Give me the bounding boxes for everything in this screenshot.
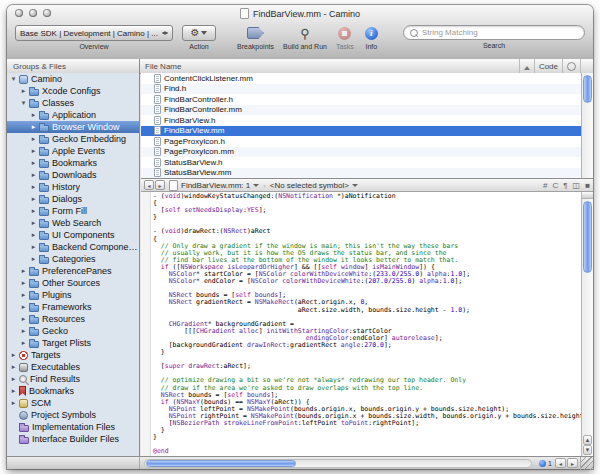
file-row-findbarview-mm[interactable]: FindBarView.mm <box>141 126 581 137</box>
file-list-header[interactable]: File Name Code <box>140 59 593 73</box>
sidebar-item-history[interactable]: ▸History <box>7 181 139 193</box>
sidebar-item-executables[interactable]: ▸Executables <box>7 361 139 373</box>
disclosure-triangle[interactable]: ▸ <box>19 267 28 275</box>
close-button[interactable] <box>15 9 23 17</box>
file-row-findbarview-h[interactable]: FindBarView.h <box>141 115 581 126</box>
sidebar-item-interface-builder-files[interactable]: Interface Builder Files <box>7 433 139 445</box>
disclosure-triangle[interactable]: ▸ <box>9 363 18 371</box>
overview-popup[interactable]: Base SDK | Development | Camino | ... <box>15 25 173 41</box>
disclosure-triangle[interactable]: ▸ <box>29 111 38 119</box>
sidebar-item-implementation-files[interactable]: Implementation Files <box>7 421 139 433</box>
scrollbar-thumb[interactable] <box>583 201 592 273</box>
sidebar-item-browser-window[interactable]: ▸Browser Window <box>7 121 139 133</box>
sidebar-item-gecko[interactable]: ▸Gecko <box>7 325 139 337</box>
disclosure-triangle[interactable]: ▸ <box>29 135 38 143</box>
search-field[interactable] <box>403 25 585 40</box>
forward-button[interactable]: ▸ <box>155 180 165 190</box>
disclosure-triangle[interactable]: ▸ <box>19 339 28 347</box>
titlebar[interactable]: FindBarView.mm - Camino <box>7 5 593 22</box>
bookmarks-menu-icon[interactable]: # <box>543 181 547 190</box>
horizontal-scrollbar[interactable] <box>144 459 532 468</box>
sidebar-item-preferencepanes[interactable]: ▸PreferencePanes <box>7 265 139 277</box>
sidebar-item-project-symbols[interactable]: Project Symbols <box>7 409 139 421</box>
sidebar-item-frameworks[interactable]: ▸Frameworks <box>7 301 139 313</box>
target-column-header[interactable] <box>562 59 580 73</box>
zoom-button[interactable] <box>43 9 51 17</box>
disclosure-triangle[interactable]: ▸ <box>29 243 38 251</box>
counterpart-icon[interactable]: ◫ <box>573 181 581 190</box>
editor-scrollbar[interactable]: ▲ ▼ <box>581 192 593 456</box>
sidebar-item-form-fill[interactable]: ▸Form Fill <box>7 205 139 217</box>
sidebar-item-other-sources[interactable]: ▸Other Sources <box>7 277 139 289</box>
sidebar-item-bookmarks[interactable]: ▸Bookmarks <box>7 157 139 169</box>
file-row-contentclicklistener-mm[interactable]: ContentClickListener.mm <box>141 73 581 84</box>
disclosure-triangle[interactable]: ▾ <box>19 99 28 107</box>
sidebar-item-backend-components[interactable]: ▸Backend Components <box>7 241 139 253</box>
symbol-popup[interactable]: <No selected symbol> <box>270 181 358 190</box>
file-row-find-h[interactable]: Find.h <box>141 84 581 95</box>
sidebar-item-target-plists[interactable]: ▸Target Plists <box>7 337 139 349</box>
sidebar-item-dialogs[interactable]: ▸Dialogs <box>7 193 139 205</box>
disclosure-triangle[interactable]: ▸ <box>29 219 38 227</box>
sidebar-item-targets[interactable]: ▸Targets <box>7 349 139 361</box>
included-files-icon[interactable]: ¶ <box>563 181 567 190</box>
disclosure-triangle[interactable]: ▸ <box>29 231 38 239</box>
scrollbar-thumb[interactable] <box>583 75 592 103</box>
disclosure-triangle[interactable]: ▸ <box>9 351 18 359</box>
info-button[interactable]: i <box>363 25 380 41</box>
split-editor-handle[interactable] <box>581 192 593 199</box>
sidebar-item-downloads[interactable]: ▸Downloads <box>7 169 139 181</box>
disclosure-triangle[interactable]: ▸ <box>9 375 18 383</box>
sidebar-item-categories[interactable]: ▸Categories <box>7 253 139 265</box>
sidebar-item-scm[interactable]: ▸SCM <box>7 397 139 409</box>
sidebar-item-apple-events[interactable]: ▸Apple Events <box>7 145 139 157</box>
search-input[interactable] <box>422 28 578 37</box>
build-and-run-button[interactable]: ⚲ <box>298 25 312 41</box>
scrollbar-thumb[interactable] <box>146 460 296 467</box>
disclosure-triangle[interactable]: ▸ <box>19 315 28 323</box>
groups-files-header[interactable]: Groups & Files <box>7 59 140 73</box>
scroll-down-button[interactable]: ▼ <box>583 445 592 455</box>
breakpoints-button[interactable] <box>245 25 266 41</box>
sidebar-item-web-search[interactable]: ▸Web Search <box>7 217 139 229</box>
resize-grip[interactable] <box>580 457 593 470</box>
sidebar-item-plugins[interactable]: ▸Plugins <box>7 289 139 301</box>
disclosure-triangle[interactable]: ▸ <box>29 255 38 263</box>
disclosure-triangle[interactable]: ▸ <box>19 327 28 335</box>
sidebar-item-find-results[interactable]: ▸Find Results <box>7 373 139 385</box>
disclosure-triangle[interactable]: ▸ <box>29 207 38 215</box>
back-button[interactable]: ◂ <box>144 180 154 190</box>
sort-column-header[interactable] <box>519 59 534 73</box>
file-list[interactable]: ContentClickListener.mmFind.hFindBarCont… <box>141 73 581 178</box>
groups-files-tree[interactable]: ▾Camino▸Xcode Configs▾Classes▸Applicatio… <box>7 73 140 456</box>
sidebar-item-ui-components[interactable]: ▸UI Components <box>7 229 139 241</box>
disclosure-triangle[interactable]: ▸ <box>19 279 28 287</box>
disclosure-triangle[interactable]: ▸ <box>19 87 28 95</box>
file-list-scrollbar[interactable] <box>581 73 593 178</box>
sidebar-item-resources[interactable]: ▸Resources <box>7 313 139 325</box>
disclosure-triangle[interactable]: ▾ <box>9 75 18 83</box>
disclosure-triangle[interactable]: ▸ <box>29 159 38 167</box>
code-editor[interactable]: - (void)windowKeyStatusChanged:(NSNotifi… <box>151 192 581 456</box>
class-hierarchy-icon[interactable]: C <box>553 181 559 190</box>
disclosure-triangle[interactable]: ▸ <box>29 123 38 131</box>
tasks-button[interactable] <box>336 25 353 41</box>
file-row-statusbarview-h[interactable]: StatusBarView.h <box>141 157 581 168</box>
sidebar-item-gecko-embedding[interactable]: ▸Gecko Embedding <box>7 133 139 145</box>
status-count[interactable]: 1 <box>539 460 552 467</box>
file-row-statusbarview-mm[interactable]: StatusBarView.mm <box>141 168 581 179</box>
sidebar-item-xcode-configs[interactable]: ▸Xcode Configs <box>7 85 139 97</box>
file-popup[interactable]: FindBarView.mm: 1 <box>169 180 259 191</box>
file-name-column-header[interactable]: File Name <box>145 62 181 71</box>
disclosure-triangle[interactable]: ▸ <box>29 183 38 191</box>
file-row-findbarcontroller-h[interactable]: FindBarController.h <box>141 94 581 105</box>
disclosure-triangle[interactable]: ▸ <box>29 147 38 155</box>
scroll-right-button[interactable]: ▸ <box>567 458 578 468</box>
file-row-pageproxyicon-mm[interactable]: PageProxyIcon.mm <box>141 147 581 158</box>
code-column-header[interactable]: Code <box>534 59 562 73</box>
action-button[interactable]: ⚙ <box>182 25 216 41</box>
scroll-up-button[interactable]: ▲ <box>583 435 592 445</box>
file-row-findbarcontroller-mm[interactable]: FindBarController.mm <box>141 105 581 116</box>
disclosure-triangle[interactable]: ▸ <box>9 387 18 395</box>
sidebar-item-application[interactable]: ▸Application <box>7 109 139 121</box>
